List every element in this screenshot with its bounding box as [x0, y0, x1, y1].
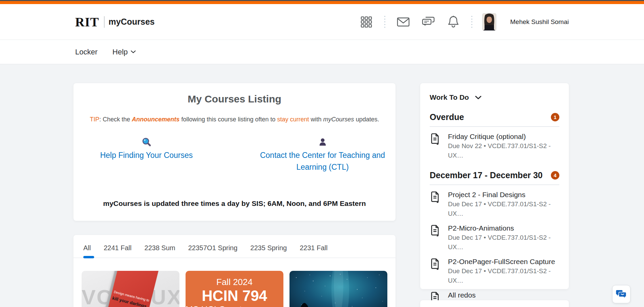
- assignment-icon: [430, 190, 440, 218]
- todo-title[interactable]: P2-Micro-Animations: [448, 223, 559, 233]
- next-widget-card: [420, 300, 569, 307]
- todo-meta: Due Dec 17 • VCDE.737.01/S1-S2 - UX…: [448, 199, 559, 218]
- app-logo[interactable]: RIT myCourses: [75, 4, 155, 40]
- nav-help[interactable]: Help: [112, 48, 136, 56]
- magnifier-icon: [142, 137, 151, 147]
- logo-divider: [104, 16, 105, 28]
- todo-item[interactable]: P2-OnePager-FullScreen Capture Due Dec 1…: [430, 257, 559, 285]
- tab-2241-fall[interactable]: 2241 Fall: [104, 244, 131, 258]
- tab-2238-sum[interactable]: 2238 Sum: [145, 244, 175, 258]
- todo-title[interactable]: All redos: [448, 290, 559, 300]
- chat-icon[interactable]: [421, 14, 436, 30]
- help-chat-button[interactable]: [612, 285, 630, 303]
- header: RIT myCourses: [0, 4, 644, 40]
- user-name[interactable]: Mehek Sushil Somai: [510, 18, 569, 26]
- course-banner-night-sky[interactable]: [289, 271, 387, 307]
- course-banner-hcin-794[interactable]: Fall 2024 HCIN 794 MS HCI Capstone Propo…: [186, 271, 283, 307]
- notifications-bell-icon[interactable]: [446, 14, 461, 30]
- overdue-count-badge: 1: [551, 113, 559, 121]
- tab-22357o1-spring[interactable]: 22357O1 Spring: [188, 244, 238, 258]
- divider: [430, 185, 559, 185]
- tab-2231-fall[interactable]: 2231 Fall: [300, 244, 327, 258]
- section-heading-overdue: Overdue: [430, 112, 464, 122]
- assignment-icon: [430, 223, 440, 252]
- mycourses-logo: myCourses: [109, 17, 155, 27]
- todo-item[interactable]: Project 2 - Final Designs Due Dec 17 • V…: [430, 190, 559, 218]
- chevron-down-icon: [475, 96, 481, 99]
- tip-text: TIP: Check the Announcements following t…: [73, 116, 395, 123]
- tab-all[interactable]: All: [83, 244, 91, 258]
- assignment-icon: [430, 132, 440, 160]
- nav-locker[interactable]: Locker: [75, 48, 98, 56]
- todo-meta: Due Dec 17 • VCDE.737.01/S1-S2 - UX…: [448, 266, 559, 285]
- course-banner-vcde-ux[interactable]: VCDE UX Design means having to kill your…: [82, 271, 179, 307]
- contact-ctl-link[interactable]: Contact the Center for Teaching and Lear…: [255, 149, 390, 173]
- dotted-divider: [471, 16, 473, 28]
- chat-bubbles-icon: [616, 289, 627, 299]
- todo-meta: Due Nov 22 • VCDE.737.01/S1-S2 - UX…: [448, 141, 559, 160]
- page-title: My Courses Listing: [73, 93, 395, 105]
- work-to-do-widget: Work To Do Overdue 1 Friday Critique (op…: [420, 83, 569, 289]
- rit-logo: RIT: [75, 15, 99, 29]
- todo-title[interactable]: Friday Critique (optional): [448, 132, 559, 141]
- navbar: Locker Help: [0, 40, 644, 64]
- work-to-do-header[interactable]: Work To Do: [430, 93, 559, 101]
- user-avatar[interactable]: [482, 14, 496, 30]
- upcoming-count-badge: 4: [551, 171, 559, 180]
- dotted-divider: [384, 16, 386, 28]
- todo-title[interactable]: Project 2 - Final Designs: [448, 190, 559, 199]
- top-orange-strip: [0, 1, 644, 4]
- apps-grid-icon[interactable]: [359, 14, 374, 30]
- courses-card: All 2241 Fall 2238 Sum 22357O1 Spring 22…: [73, 235, 395, 307]
- chevron-down-icon: [131, 50, 136, 53]
- todo-title[interactable]: P2-OnePager-FullScreen Capture: [448, 257, 559, 266]
- section-heading-dec17-30: December 17 - December 30: [430, 170, 543, 180]
- email-icon[interactable]: [395, 14, 411, 30]
- person-bust-icon: [318, 137, 327, 147]
- todo-item[interactable]: P2-Micro-Animations Due Dec 17 • VCDE.73…: [430, 223, 559, 252]
- todo-item[interactable]: Friday Critique (optional) Due Nov 22 • …: [430, 132, 559, 160]
- tab-2235-spring[interactable]: 2235 Spring: [250, 244, 287, 258]
- update-notice: myCourses is updated three times a day b…: [73, 199, 395, 208]
- divider: [430, 126, 559, 127]
- my-courses-listing-card: My Courses Listing TIP: Check the Announ…: [73, 83, 395, 221]
- term-tabs: All 2241 Fall 2238 Sum 22357O1 Spring 22…: [73, 235, 395, 258]
- help-finding-courses-link[interactable]: Help Finding Your Courses: [100, 149, 193, 161]
- assignment-icon: [430, 257, 440, 285]
- todo-meta: Due Dec 17 • VCDE.737.01/S1-S2 - UX…: [448, 233, 559, 252]
- announcements-link[interactable]: Announcements: [132, 116, 179, 123]
